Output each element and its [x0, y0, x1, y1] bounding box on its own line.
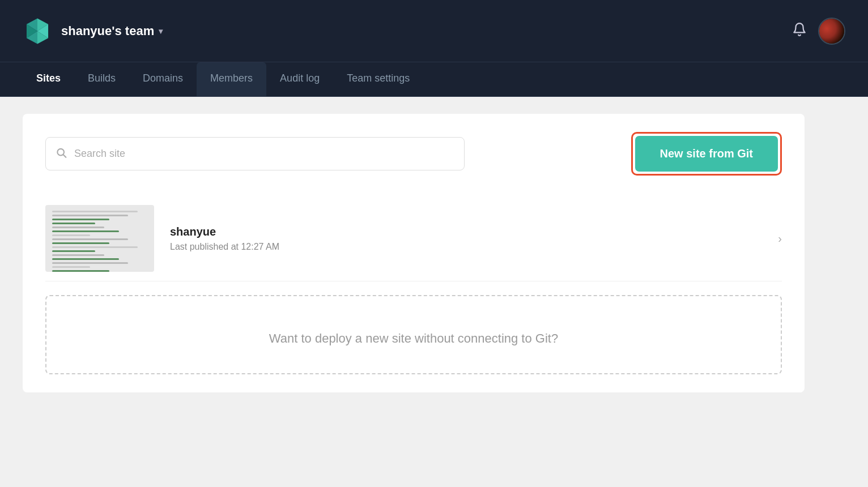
- svg-line-8: [63, 155, 66, 157]
- tab-domains[interactable]: Domains: [129, 62, 197, 96]
- tab-builds[interactable]: Builds: [74, 62, 129, 96]
- search-input[interactable]: [45, 137, 465, 170]
- site-list-item[interactable]: shanyue Last published at 12:27 AM ›: [45, 196, 782, 281]
- site-name: shanyue: [170, 225, 762, 238]
- nav-tabs: Sites Builds Domains Members Audit log T…: [0, 62, 868, 97]
- team-name[interactable]: shanyue's team ▾: [61, 24, 163, 39]
- header-left: shanyue's team ▾: [23, 16, 163, 46]
- tab-team-settings[interactable]: Team settings: [333, 62, 423, 96]
- tab-members[interactable]: Members: [197, 62, 266, 96]
- toolbar: New site from Git: [45, 132, 782, 176]
- main-content: New site from Git: [0, 97, 868, 448]
- header: shanyue's team ▾: [0, 0, 868, 62]
- netlify-logo-icon: [23, 16, 52, 46]
- tab-sites[interactable]: Sites: [23, 62, 74, 96]
- tab-audit-log[interactable]: Audit log: [266, 62, 333, 96]
- search-wrapper: [45, 137, 465, 170]
- dashed-deploy-card: Want to deploy a new site without connec…: [45, 295, 782, 374]
- notification-bell-icon[interactable]: [792, 22, 807, 40]
- header-right: [792, 18, 845, 45]
- site-chevron-right-icon: ›: [778, 232, 782, 245]
- team-chevron-icon: ▾: [159, 27, 163, 36]
- dashed-card-text: Want to deploy a new site without connec…: [269, 331, 558, 346]
- site-meta: Last published at 12:27 AM: [170, 242, 762, 252]
- new-site-button-highlight: New site from Git: [631, 132, 782, 176]
- search-icon: [56, 147, 67, 161]
- new-site-from-git-button[interactable]: New site from Git: [635, 136, 778, 172]
- content-card: New site from Git: [23, 114, 805, 392]
- site-thumbnail: [45, 205, 154, 272]
- site-info: shanyue Last published at 12:27 AM: [170, 225, 762, 252]
- avatar[interactable]: [818, 18, 845, 45]
